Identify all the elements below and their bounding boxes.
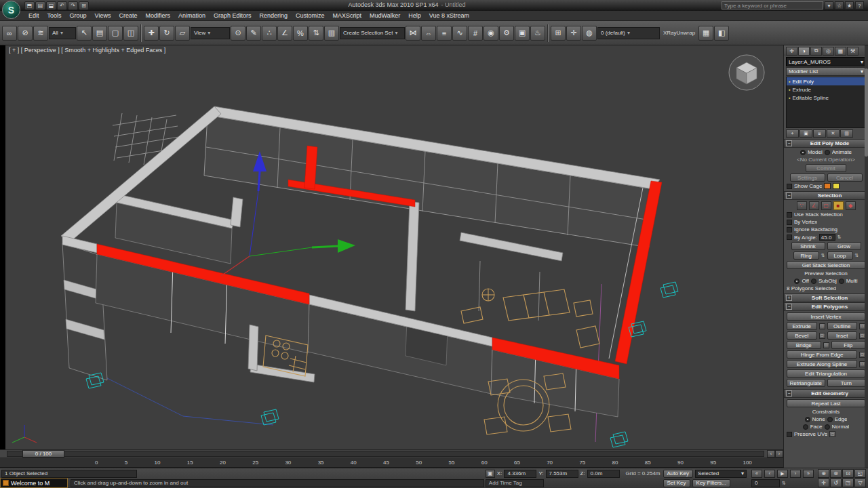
field-of-view-icon[interactable]: ▽ [854,479,866,487]
help-icon[interactable]: ? [855,1,864,9]
outline-button[interactable]: Outline [827,322,858,330]
menu-item[interactable]: Tools [43,12,66,19]
menu-item[interactable]: Views [91,12,115,19]
constraint-face-radio[interactable] [803,424,808,430]
modifier-stack-row[interactable]: ▪ Edit Poly [787,77,865,85]
make-unique-icon[interactable]: ⧈ [813,129,826,138]
new-scene-icon[interactable]: ⬒ [24,1,35,10]
bevel-button[interactable]: Bevel [787,331,817,340]
zoom-all-icon[interactable]: ⊛ [830,469,842,478]
zoom-region-icon[interactable]: ◱ [854,469,866,478]
rollout-edit-poly-mode-header[interactable]: − Edit Poly Mode [784,139,868,148]
selection-filter-dropdown[interactable]: All▾ [49,27,76,39]
time-slider-track[interactable]: 0 / 100 [7,451,764,457]
time-slider-next-icon[interactable]: › [775,450,783,458]
named-selection-sets-icon[interactable]: ▥ [324,26,339,41]
extrude-settings-icon[interactable]: □ [819,323,825,329]
cancel-button[interactable]: Cancel [827,174,863,182]
menu-item[interactable]: Graph Editors [210,12,256,19]
track-bar[interactable]: 0510152025303540455055606570758085909510… [0,458,783,468]
spinner-snap-icon[interactable]: ⇅ [309,26,323,41]
select-object-icon[interactable]: ↖ [77,26,92,41]
retriangulate-button[interactable]: Retriangulate [787,379,825,387]
spinner-icon[interactable]: ⇅ [855,253,859,258]
tab-display[interactable]: ▦ [835,47,846,56]
window-crossing-icon[interactable]: ◫ [123,26,138,41]
edge-mode-icon[interactable]: ∠ [809,201,819,210]
animate-radio[interactable] [825,150,830,155]
use-center-icon[interactable]: ⊙ [231,26,245,41]
preserve-uvs-checkbox[interactable] [787,432,792,437]
time-slider-handle[interactable]: 0 / 100 [22,450,64,458]
selected-keying-dropdown[interactable]: Selected ▾ [695,470,747,478]
rectangular-region-icon[interactable]: ▢ [108,26,123,41]
preserve-uvs-settings-icon[interactable]: □ [829,431,835,437]
modifier-lightbulb-icon[interactable]: ▪ [789,79,790,84]
bridge-settings-icon[interactable]: □ [823,342,829,348]
collapse-icon[interactable]: − [786,304,792,310]
angle-snap-icon[interactable]: ∠ [277,26,292,41]
menu-item[interactable]: MudWalker [366,12,404,19]
application-menu-button[interactable]: S [2,1,20,19]
menu-item[interactable]: Edit [24,12,43,19]
zoom-extents-icon[interactable]: ⊡ [842,469,854,478]
spinner-icon[interactable]: ⇅ [821,253,825,258]
configure-modifier-sets-icon[interactable]: ▥ [840,129,853,138]
border-mode-icon[interactable]: ▢ [821,201,831,210]
by-angle-checkbox[interactable] [787,235,792,240]
collapse-icon[interactable]: − [786,140,792,146]
constraint-none-radio[interactable] [805,417,810,422]
reference-coordinate-dropdown[interactable]: View▾ [191,27,230,39]
collapse-icon[interactable]: − [786,390,792,396]
z-coordinate-field[interactable]: 0.0m [587,470,620,478]
expand-icon[interactable]: + [786,295,792,301]
previous-frame-button[interactable]: ‹ [764,470,775,478]
align-icon[interactable]: ⇔ [421,26,436,41]
ignore-backfacing-checkbox[interactable] [787,227,792,232]
selection-lock-icon[interactable]: ▣ [486,470,495,478]
preview-subobj-radio[interactable] [811,279,816,284]
select-and-link-icon[interactable]: ∞ [2,26,17,41]
key-filters-button[interactable]: Key Filters... [692,479,730,487]
infocenter-search-input[interactable] [722,1,823,9]
select-and-scale-icon[interactable]: ▱ [175,26,190,41]
cage-color-swatch[interactable] [824,183,831,189]
named-selection-set-dropdown[interactable]: Create Selection Set▾ [340,27,405,39]
menu-item[interactable]: Create [115,12,141,19]
tab-motion[interactable]: ◎ [823,47,834,56]
select-and-move-icon[interactable]: ✚ [144,26,159,41]
favorites-icon[interactable]: ★ [845,1,854,9]
constraint-normal-radio[interactable] [825,424,830,430]
select-and-rotate-icon[interactable]: ↻ [159,26,174,41]
grow-button[interactable]: Grow [827,242,861,250]
open-file-icon[interactable]: ▤ [35,1,45,10]
undo-icon[interactable]: ↶ [57,1,67,10]
collapse-icon[interactable]: − [786,192,792,199]
tab-utilities[interactable]: ⚒ [847,47,859,56]
create-layer-icon[interactable]: ✛ [566,26,581,41]
menu-item[interactable]: Group [66,12,91,19]
bind-to-spacewarp-icon[interactable]: ≋ [33,26,48,41]
pan-icon[interactable]: ✛ [818,479,829,487]
render-production-icon[interactable]: ♨ [530,26,545,41]
mirror-icon[interactable]: ⋈ [406,26,420,41]
select-by-name-icon[interactable]: ▤ [92,26,107,41]
cage-selected-color-swatch[interactable] [833,183,840,189]
snap-toggle-icon[interactable]: ∴ [262,26,277,41]
layer-manager-icon[interactable]: ≡ [437,26,452,41]
redo-icon[interactable]: ↷ [68,1,78,10]
welcome-window-fragment[interactable]: Welcome to M [0,478,68,488]
modifier-lightbulb-icon[interactable]: ▪ [789,87,790,92]
edit-triangulation-button[interactable]: Edit Triangulation [787,369,865,378]
play-button[interactable]: ▶ [777,470,788,478]
rollout-soft-selection-header[interactable]: + Soft Selection [784,293,868,302]
preview-multi-radio[interactable] [839,279,844,284]
add-time-tag[interactable]: Add Time Tag [486,479,544,487]
modifier-stack-row[interactable]: ▪ Extrude [787,85,865,94]
menu-item[interactable]: Rendering [256,12,292,19]
unwrap-options-icon[interactable]: ◧ [714,26,729,41]
menu-item[interactable]: Help [404,12,425,19]
menu-item[interactable]: Modifiers [141,12,174,19]
modifier-list-dropdown[interactable]: Modifier List ▾ [786,67,866,76]
unlink-selection-icon[interactable]: ⊘ [18,26,33,41]
